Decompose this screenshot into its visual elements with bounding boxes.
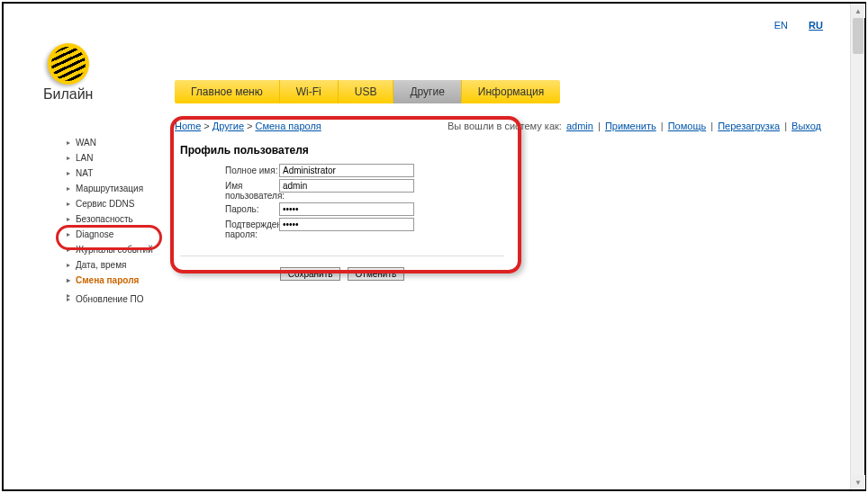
cancel-button[interactable]: Отменить bbox=[348, 267, 405, 281]
scroll-thumb[interactable] bbox=[853, 18, 863, 54]
login-prefix: Вы вошли в систему как: bbox=[448, 121, 565, 131]
sidebar-item-routing[interactable]: Маршрутизация bbox=[65, 181, 159, 196]
username-label: Имя пользователя: bbox=[180, 179, 279, 201]
main-nav: Главное меню Wi-Fi USB Другие Информация bbox=[175, 80, 560, 103]
page-title: Профиль пользователя bbox=[180, 144, 818, 157]
logout-link[interactable]: Выход bbox=[791, 121, 821, 131]
sidebar: WAN LAN NAT Маршрутизация Сервис DDNS Бе… bbox=[65, 135, 159, 307]
lang-en-link[interactable]: EN bbox=[774, 20, 788, 31]
scroll-down-icon[interactable]: ▼ bbox=[851, 475, 865, 489]
login-user-link[interactable]: admin bbox=[566, 121, 593, 131]
password-field[interactable] bbox=[279, 202, 414, 216]
sidebar-item-nat[interactable]: NAT bbox=[65, 166, 159, 181]
nav-info[interactable]: Информация bbox=[462, 80, 560, 103]
password-label: Пароль: bbox=[180, 202, 279, 214]
username-field[interactable] bbox=[279, 179, 414, 193]
crumb-page[interactable]: Смена пароля bbox=[255, 121, 321, 131]
reboot-link[interactable]: Перезагрузка bbox=[718, 121, 780, 131]
login-bar: Вы вошли в систему как: admin | Применит… bbox=[448, 121, 823, 131]
help-link[interactable]: Помощь bbox=[668, 121, 707, 131]
sidebar-item-diagnose[interactable]: Diagnose bbox=[65, 227, 159, 242]
sidebar-item-wan[interactable]: WAN bbox=[65, 135, 159, 150]
nav-other[interactable]: Другие bbox=[393, 80, 461, 103]
confirm-label: Подтверждение пароля: bbox=[180, 218, 279, 239]
crumb-home[interactable]: Home bbox=[175, 121, 201, 131]
scroll-up-icon[interactable]: ▲ bbox=[851, 4, 865, 18]
nav-main[interactable]: Главное меню bbox=[175, 80, 280, 103]
fullname-label: Полное имя: bbox=[180, 164, 279, 175]
brand-name: Билайн bbox=[43, 86, 93, 103]
apply-link[interactable]: Применить bbox=[605, 121, 656, 131]
nav-usb[interactable]: USB bbox=[339, 80, 394, 103]
crumb-other[interactable]: Другие bbox=[212, 121, 244, 131]
lang-ru-link[interactable]: RU bbox=[809, 20, 823, 31]
sidebar-item-security[interactable]: Безопасность bbox=[65, 211, 159, 227]
breadcrumb: Home>Другие>Смена пароля bbox=[175, 121, 321, 131]
bee-icon bbox=[48, 43, 89, 85]
sidebar-item-datetime[interactable]: Дата, время bbox=[65, 257, 159, 273]
brand-logo: Билайн bbox=[43, 43, 93, 103]
sidebar-item-changepw[interactable]: Смена пароля bbox=[65, 273, 159, 288]
sidebar-item-fw[interactable]: Обновление ПО bbox=[65, 291, 159, 307]
nav-wifi[interactable]: Wi-Fi bbox=[280, 80, 339, 103]
sidebar-item-ddns[interactable]: Сервис DDNS bbox=[65, 196, 159, 211]
sidebar-item-lan[interactable]: LAN bbox=[65, 150, 159, 166]
fullname-field[interactable] bbox=[279, 164, 414, 177]
save-button[interactable]: Сохранить bbox=[280, 267, 341, 281]
confirm-field[interactable] bbox=[279, 218, 414, 231]
vertical-scrollbar[interactable]: ▲ ▼ bbox=[850, 4, 864, 489]
sidebar-item-logs[interactable]: Журналы событий bbox=[65, 242, 159, 257]
